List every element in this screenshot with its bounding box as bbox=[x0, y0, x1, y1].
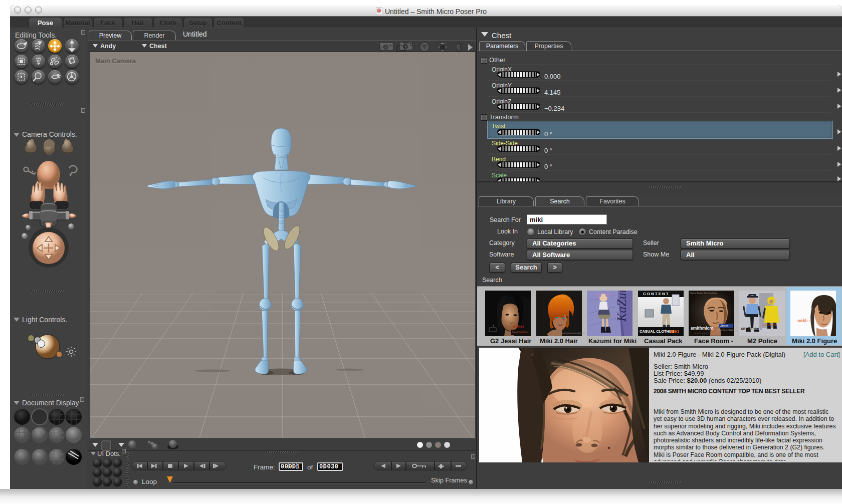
svg-text:CONTENT: CONTENT bbox=[643, 292, 670, 296]
svg-text:James: James bbox=[720, 324, 728, 327]
svg-text:2.0: 2.0 bbox=[806, 320, 811, 323]
svg-text:KaZumi: KaZumi bbox=[614, 291, 629, 322]
svg-text:CONTENT: CONTENT bbox=[762, 323, 776, 326]
svg-text:MIKI: MIKI bbox=[670, 329, 679, 334]
svg-text:software: software bbox=[695, 332, 710, 334]
svg-text:miklee: miklee bbox=[513, 325, 524, 328]
svg-text:Game Ready Personalities: Game Ready Personalities bbox=[690, 292, 717, 295]
svg-text:smithmicro: smithmicro bbox=[691, 326, 714, 331]
svg-text:CASUAL CLOTHES: CASUAL CLOTHES bbox=[640, 329, 674, 334]
svg-text:mikl: mikl bbox=[797, 318, 806, 323]
svg-text:Make faces. Make figures.: Make faces. Make figures. bbox=[718, 329, 740, 331]
svg-text:Digital Top Sellers: Digital Top Sellers bbox=[512, 331, 528, 333]
svg-text:smith: smith bbox=[741, 326, 751, 331]
svg-text:micro: micro bbox=[751, 326, 762, 331]
svg-text:www.contentparadise.com: www.contentparadise.com bbox=[562, 332, 586, 334]
